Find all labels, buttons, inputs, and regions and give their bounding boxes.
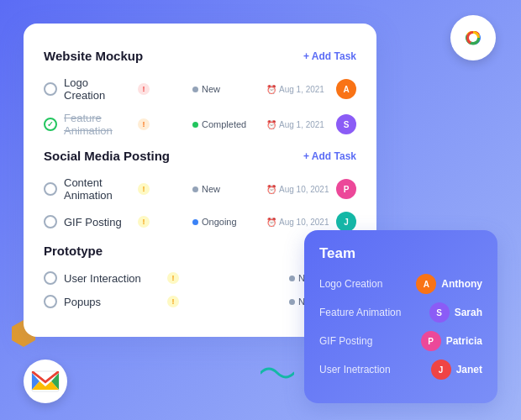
task-name-content-animation: Content Animation — [64, 176, 131, 202]
team-member-anthony: AAnthony — [416, 274, 482, 294]
team-avatar-sarah: S — [429, 302, 450, 323]
alert-content-animation: ! — [138, 183, 150, 195]
team-row-anthony: Logo CreationAAnthony — [319, 274, 482, 294]
task-date-logo-creation: ⏰Aug 1, 2021 — [266, 85, 329, 94]
status-logo-creation: New — [192, 84, 260, 94]
alert-logo-creation: ! — [138, 83, 150, 95]
alert-popups: ! — [167, 296, 179, 307]
section-website-mockup: Website Mockup+ Add TaskLogo Creation!Ne… — [44, 49, 356, 142]
task-date-feature-animation: ⏰Aug 1, 2021 — [266, 120, 329, 129]
section-title-social-media-posting: Social Media Posting — [44, 149, 170, 163]
date-text-gif-posting: Aug 10, 2021 — [279, 218, 329, 227]
team-title: Team — [319, 245, 482, 262]
avatar-gif-posting: J — [336, 212, 356, 232]
section-title-prototype: Prototype — [44, 244, 103, 258]
status-label-logo-creation: New — [202, 84, 220, 94]
status-label-gif-posting: Ongoing — [202, 217, 237, 227]
date-text-logo-creation: Aug 1, 2021 — [279, 85, 324, 94]
task-check-feature-animation[interactable] — [44, 118, 57, 131]
team-member-sarah: SSarah — [429, 302, 482, 323]
alert-user-interaction: ! — [167, 272, 179, 284]
task-row-content-animation: Content Animation!New⏰Aug 10, 2021P — [44, 171, 356, 207]
task-row-feature-animation: Feature Animation!Completed⏰Aug 1, 2021S — [44, 107, 356, 142]
team-name-anthony: Anthony — [441, 278, 482, 290]
team-name-sarah: Sarah — [455, 307, 482, 318]
team-name-janet: Janet — [456, 364, 482, 375]
team-member-patricia: PPatricia — [421, 331, 482, 351]
team-member-janet: JJanet — [431, 360, 482, 380]
team-task-janet: User Inetraction — [319, 364, 431, 375]
gmail-icon — [24, 360, 67, 403]
team-task-patricia: GIF Posting — [319, 335, 421, 347]
team-row-janet: User InetractionJJanet — [319, 360, 482, 380]
task-name-feature-animation: Feature Animation — [64, 112, 131, 137]
team-row-patricia: GIF PostingPPatricia — [319, 331, 482, 351]
task-check-popups[interactable] — [44, 295, 57, 308]
status-dot-logo-creation — [192, 87, 198, 92]
status-label-content-animation: New — [202, 184, 220, 194]
task-check-logo-creation[interactable] — [44, 82, 57, 96]
task-name-gif-posting: GIF Posting — [64, 216, 131, 228]
calendar-icon-content-animation: ⏰ — [266, 185, 276, 194]
date-text-content-animation: Aug 10, 2021 — [279, 185, 329, 194]
task-name-logo-creation: Logo Creation — [64, 76, 131, 102]
team-card: TeamLogo CreationAAnthonyFeature Animati… — [304, 230, 497, 403]
task-date-content-animation: ⏰Aug 10, 2021 — [266, 185, 329, 194]
wave-decoration — [260, 365, 294, 385]
task-name-popups: Popups — [64, 296, 161, 308]
section-title-website-mockup: Website Mockup — [44, 49, 143, 63]
chrome-icon — [450, 15, 496, 60]
task-check-user-interaction[interactable] — [44, 271, 57, 285]
team-task-sarah: Feature Animation — [319, 307, 429, 318]
team-row-sarah: Feature AnimationSSarah — [319, 302, 482, 323]
add-task-btn-website-mockup[interactable]: + Add Task — [303, 50, 356, 62]
status-dot-feature-animation — [192, 122, 198, 128]
team-task-anthony: Logo Creation — [319, 278, 416, 290]
alert-gif-posting: ! — [138, 216, 150, 228]
task-check-content-animation[interactable] — [44, 182, 57, 196]
task-check-gif-posting[interactable] — [44, 215, 57, 228]
svg-point-4 — [469, 34, 477, 42]
team-name-patricia: Patricia — [446, 335, 482, 347]
team-avatar-janet: J — [431, 360, 451, 380]
task-name-user-interaction: User Interaction — [64, 272, 161, 285]
status-label-feature-animation: Completed — [202, 119, 246, 129]
status-dot-content-animation — [192, 186, 198, 192]
avatar-logo-creation: A — [336, 79, 356, 99]
status-dot-gif-posting — [192, 219, 198, 225]
status-dot-user-interaction — [289, 276, 295, 281]
status-content-animation: New — [192, 184, 260, 194]
avatar-content-animation: P — [336, 179, 356, 199]
date-text-feature-animation: Aug 1, 2021 — [279, 120, 324, 129]
team-avatar-anthony: A — [416, 274, 436, 294]
avatar-feature-animation: S — [336, 114, 356, 134]
status-dot-popups — [289, 299, 295, 305]
alert-feature-animation: ! — [138, 118, 150, 130]
status-feature-animation: Completed — [192, 119, 260, 129]
add-task-btn-social-media-posting[interactable]: + Add Task — [303, 150, 356, 162]
calendar-icon-feature-animation: ⏰ — [266, 120, 276, 129]
task-date-gif-posting: ⏰Aug 10, 2021 — [266, 218, 329, 227]
team-avatar-patricia: P — [421, 331, 441, 351]
task-row-logo-creation: Logo Creation!New⏰Aug 1, 2021A — [44, 71, 356, 107]
calendar-icon-gif-posting: ⏰ — [266, 218, 276, 227]
section-social-media-posting: Social Media Posting+ Add TaskContent An… — [44, 149, 356, 237]
status-gif-posting: Ongoing — [192, 217, 260, 227]
calendar-icon-logo-creation: ⏰ — [266, 85, 276, 94]
